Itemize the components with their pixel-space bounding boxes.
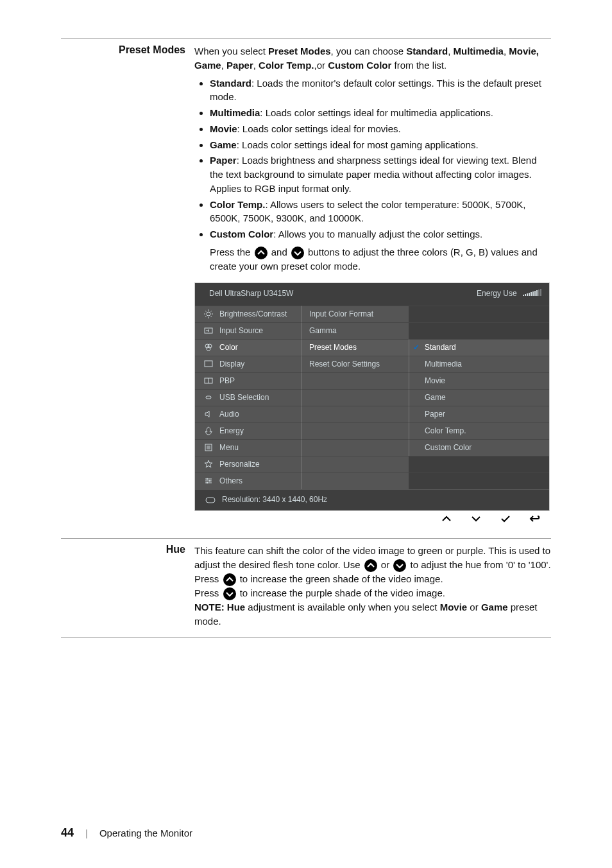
text: Multimedia	[454, 46, 504, 56]
svg-rect-13	[205, 361, 212, 367]
text: ,	[448, 46, 453, 56]
osd-header: Dell UltraSharp U3415W Energy Use	[195, 283, 549, 306]
text: to increase the green shade of the video…	[240, 573, 443, 584]
personalize-icon	[203, 460, 214, 469]
osd-option-item[interactable]: Game	[409, 389, 549, 406]
down-arrow-icon	[291, 247, 304, 259]
osd-option-empty	[409, 306, 549, 322]
hue-label: Hue	[61, 539, 194, 637]
list-item: Movie: Loads color settings ideal for mo…	[210, 122, 551, 136]
text: Custom Color	[328, 60, 391, 71]
hue-content: This feature can shift the color of the …	[194, 539, 551, 637]
list-item: Color Temp.: Allows users to select the …	[210, 198, 551, 226]
text: and	[271, 247, 290, 257]
osd-option-empty	[409, 473, 549, 489]
text: to increase the purple shade of the vide…	[240, 587, 445, 598]
resolution-icon	[205, 497, 217, 503]
text: ,or	[314, 60, 328, 71]
text: ,	[253, 60, 259, 71]
osd-submenu-empty	[301, 372, 409, 389]
svg-line-8	[211, 311, 212, 312]
osd-option-empty	[409, 322, 549, 339]
osd-nav-back[interactable]	[520, 512, 550, 525]
osd-left-menu: Brightness/Contrast Input Source Color D…	[195, 306, 301, 489]
osd-menu-item[interactable]: Audio	[195, 406, 301, 422]
text: ,	[504, 46, 509, 56]
list-item: Game: Loads color settings ideal for mos…	[210, 138, 551, 152]
osd-option-item[interactable]: Custom Color	[409, 439, 549, 456]
osd-menu-item[interactable]: Brightness/Contrast	[195, 306, 301, 322]
osd-nav-confirm[interactable]	[491, 512, 520, 525]
text: Press the	[210, 247, 253, 257]
text: Paper	[226, 60, 253, 71]
footer-section: Operating the Monitor	[99, 828, 192, 838]
down-arrow-icon	[393, 559, 406, 572]
svg-line-5	[205, 311, 207, 312]
list-item: Multimedia: Loads color settings ideal f…	[210, 106, 551, 120]
osd-menu-item[interactable]: Personalize	[195, 456, 301, 473]
osd-menu-item[interactable]: Input Source	[195, 322, 301, 339]
hue-row: Hue This feature can shift the color of …	[61, 538, 551, 637]
preset-modes-label: Preset Modes	[61, 39, 194, 538]
energy-icon	[203, 426, 214, 435]
osd-resolution: Resolution: 3440 x 1440, 60Hz	[222, 494, 327, 505]
svg-point-24	[207, 478, 208, 480]
osd-submenu-empty	[301, 389, 409, 406]
osd-submenu-empty	[301, 439, 409, 456]
osd-option-item-selected[interactable]: Standard	[409, 339, 549, 356]
text: or	[467, 602, 481, 612]
down-arrow-icon	[223, 587, 236, 600]
osd-menu-item[interactable]: Menu	[195, 439, 301, 456]
text: When you select	[194, 46, 268, 56]
osd-mid-menu: Input Color Format Gamma Preset Modes Re…	[301, 306, 409, 489]
preset-modes-row: Preset Modes When you select Preset Mode…	[61, 39, 551, 538]
text: NOTE: Hue	[194, 602, 245, 612]
page-footer: 44 | Operating the Monitor	[61, 826, 192, 840]
osd-submenu-empty	[301, 422, 409, 439]
text: Standard	[406, 46, 448, 56]
text: , you can choose	[331, 46, 407, 56]
usb-icon	[203, 393, 214, 402]
osd-submenu-item-selected[interactable]: Preset Modes	[301, 339, 409, 356]
display-icon	[203, 360, 214, 369]
osd-right-menu: Standard Multimedia Movie Game Paper Col…	[409, 306, 549, 489]
osd-nav-up[interactable]	[432, 512, 461, 525]
svg-point-26	[207, 482, 208, 483]
text: Color Temp.	[259, 60, 314, 71]
menu-icon	[203, 443, 214, 452]
up-arrow-icon	[364, 559, 377, 572]
osd-option-item[interactable]: Paper	[409, 406, 549, 422]
page-number: 44	[61, 826, 74, 840]
energy-bars-icon	[523, 289, 541, 296]
brightness-icon	[203, 309, 214, 318]
text: Preset Modes	[268, 46, 331, 56]
osd-nav-buttons	[194, 512, 550, 525]
osd-submenu-item[interactable]: Reset Color Settings	[301, 356, 409, 372]
list-item: Custom Color: Allows you to manually adj…	[210, 227, 551, 241]
preset-modes-content: When you select Preset Modes, you can ch…	[194, 39, 551, 538]
osd-menu-item[interactable]: Energy	[195, 422, 301, 439]
osd-menu-item[interactable]: Others	[195, 473, 301, 489]
osd-submenu-empty	[301, 456, 409, 473]
osd-menu-item-selected[interactable]: Color	[195, 339, 301, 356]
osd-screenshot: Dell UltraSharp U3415W Energy Use Bright…	[194, 282, 550, 526]
text: Press	[194, 587, 222, 598]
text: Press	[194, 573, 222, 584]
osd-footer: Resolution: 3440 x 1440, 60Hz	[195, 489, 549, 510]
osd-menu-item[interactable]: Display	[195, 356, 301, 372]
text: adjustment is available only when you se…	[245, 602, 440, 612]
osd-menu-item[interactable]: USB Selection	[195, 389, 301, 406]
osd-menu-item[interactable]: PBP	[195, 372, 301, 389]
input-source-icon	[203, 326, 214, 335]
others-icon	[203, 476, 214, 485]
osd-option-item[interactable]: Movie	[409, 372, 549, 389]
osd-title: Dell UltraSharp U3415W	[209, 288, 293, 299]
osd-option-item[interactable]: Multimedia	[409, 356, 549, 372]
osd-option-item[interactable]: Color Temp.	[409, 422, 549, 439]
text: or	[381, 559, 393, 570]
osd-submenu-item[interactable]: Gamma	[301, 322, 409, 339]
footer-separator: |	[85, 828, 88, 838]
osd-submenu-item[interactable]: Input Color Format	[301, 306, 409, 322]
osd-nav-down[interactable]	[461, 512, 491, 525]
svg-rect-27	[206, 498, 215, 503]
